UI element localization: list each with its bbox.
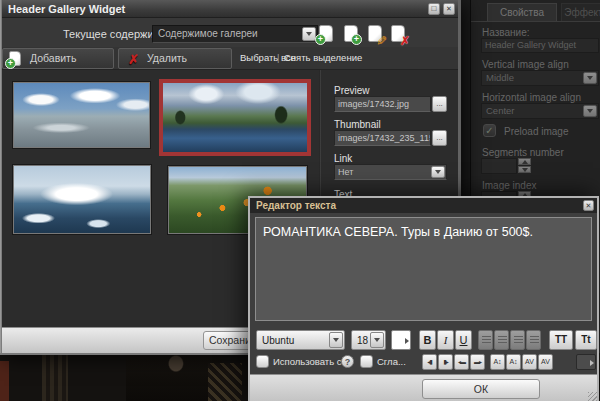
help-icon[interactable]: ?	[341, 355, 354, 368]
segments-number-input[interactable]	[481, 158, 517, 174]
indent-right-icon[interactable]	[470, 354, 485, 370]
float-right-icon[interactable]	[438, 354, 453, 370]
maximize-button[interactable]	[428, 3, 440, 15]
swatch-arrow-icon	[405, 338, 409, 344]
use-style-checkbox[interactable]	[256, 355, 269, 368]
vertical-align-value: Middle	[486, 72, 514, 83]
letter-spacing-increase-icon[interactable]	[522, 354, 537, 370]
delete-content-icon[interactable]	[391, 25, 405, 42]
segments-number-stepper[interactable]	[518, 158, 531, 174]
line-height-increase-icon[interactable]	[490, 354, 505, 370]
use-style-label: Использовать с...	[273, 356, 349, 367]
new-content-icon[interactable]	[319, 25, 333, 42]
thumbnail-lake-with-clouds[interactable]	[13, 82, 150, 148]
segments-number-label: Segments number	[482, 147, 564, 158]
thumbnail-browse-button[interactable]: ...	[432, 130, 447, 146]
tab-divider	[471, 21, 600, 22]
background-photo-fragment	[0, 361, 9, 401]
smallcaps-button[interactable]: Tt	[575, 330, 597, 350]
font-size-value: 18	[357, 335, 368, 346]
thumbnail-photo	[14, 166, 150, 233]
vertical-align-select[interactable]: Middle	[481, 70, 599, 86]
thumbnail-photo	[14, 83, 149, 147]
preview-browse-button[interactable]: ...	[432, 96, 447, 112]
preload-image-checkbox[interactable]	[483, 124, 496, 137]
copy-content-icon[interactable]	[344, 25, 358, 42]
image-index-label: Image index	[482, 180, 536, 191]
horizontal-align-label: Horizontal image align	[482, 92, 581, 103]
ok-button[interactable]: ОК	[422, 379, 540, 399]
chevron-down-icon[interactable]	[302, 27, 316, 41]
align-right-icon[interactable]	[510, 330, 525, 350]
editor-title-bar[interactable]: Редактор текста	[250, 198, 597, 213]
smoothing-checkbox[interactable]	[360, 355, 373, 368]
bold-button[interactable]: B	[419, 330, 436, 350]
thumbnail-mountain-lake-selected[interactable]	[159, 79, 311, 156]
thumbnail-polar-coast[interactable]	[13, 165, 151, 234]
name-label: Название:	[482, 27, 529, 38]
font-family-value: Ubuntu	[262, 335, 294, 346]
close-button[interactable]	[443, 3, 455, 15]
tab-properties[interactable]: Свойства	[487, 3, 557, 22]
current-content-value: Содержимое галереи	[158, 28, 258, 39]
resize-grip[interactable]	[588, 392, 597, 401]
background-color-swatch[interactable]	[576, 354, 596, 370]
align-left-icon[interactable]	[478, 330, 493, 350]
screen: Свойства Эффекты Название: Header Galler…	[0, 0, 600, 401]
vertical-align-label: Vertical image align	[482, 59, 569, 70]
align-center-icon[interactable]	[494, 330, 509, 350]
text-color-swatch[interactable]	[391, 330, 411, 350]
align-justify-icon[interactable]	[526, 330, 541, 350]
edit-content-icon[interactable]	[368, 25, 382, 42]
tab-effects[interactable]: Эффекты	[561, 3, 600, 22]
thumbnail-label: Thumbnail	[334, 119, 381, 130]
indent-left-icon[interactable]	[454, 354, 469, 370]
text-editor-dialog: Редактор текста РОМАНТИКА СЕВЕРА. Туры в…	[248, 196, 599, 401]
underline-button[interactable]: U	[455, 330, 472, 350]
swatch-arrow-icon	[590, 360, 594, 366]
name-input[interactable]: Header Gallery Widget	[481, 38, 599, 53]
link-value: Нет	[338, 167, 353, 177]
editor-close-button[interactable]	[583, 200, 594, 211]
preview-label: Preview	[334, 85, 370, 96]
link-select[interactable]: Нет	[334, 164, 447, 180]
add-items-button[interactable]: Добавить элементы	[2, 48, 114, 69]
editor-title: Редактор текста	[256, 200, 336, 211]
preview-input[interactable]: images/17432.jpg	[334, 96, 431, 112]
background-photo-lattice	[208, 363, 242, 401]
preload-image-label: Preload image	[504, 126, 568, 137]
thumbnail-input[interactable]: images/17432_235_115.j	[334, 130, 431, 146]
links-separator: |	[277, 52, 279, 63]
font-family-select[interactable]: Ubuntu	[256, 330, 345, 350]
current-content-select[interactable]: Содержимое галереи	[152, 25, 318, 43]
chevron-down-icon[interactable]	[431, 166, 445, 178]
horizontal-align-select[interactable]: Center	[481, 103, 599, 119]
chevron-down-icon[interactable]	[583, 105, 597, 117]
add-page-icon	[9, 51, 21, 66]
chevron-down-icon[interactable]	[583, 72, 597, 84]
italic-button[interactable]: I	[437, 330, 454, 350]
chevron-down-icon[interactable]	[370, 332, 384, 348]
deselect-link[interactable]: Снять выделение	[284, 52, 362, 63]
delete-selected-button[interactable]: Удалить выделенные	[118, 48, 232, 69]
uppercase-button[interactable]: TT	[549, 330, 573, 350]
dialog-title-bar[interactable]: Header Gallery Widget	[2, 0, 458, 18]
background-photo-fragment	[42, 355, 68, 401]
chevron-down-icon[interactable]	[329, 332, 343, 348]
thumbnail-photo	[163, 83, 307, 152]
smoothing-label: Сгла...	[377, 356, 406, 367]
line-height-decrease-icon[interactable]	[506, 354, 521, 370]
font-size-select[interactable]: 18	[351, 330, 386, 350]
link-label: Link	[334, 153, 352, 164]
editor-textarea[interactable]: РОМАНТИКА СЕВЕРА. Туры в Данию от 500$.	[255, 217, 592, 321]
horizontal-align-value: Center	[486, 105, 515, 116]
float-left-icon[interactable]	[422, 354, 437, 370]
dialog-title: Header Gallery Widget	[8, 3, 125, 15]
letter-spacing-decrease-icon[interactable]	[538, 354, 553, 370]
